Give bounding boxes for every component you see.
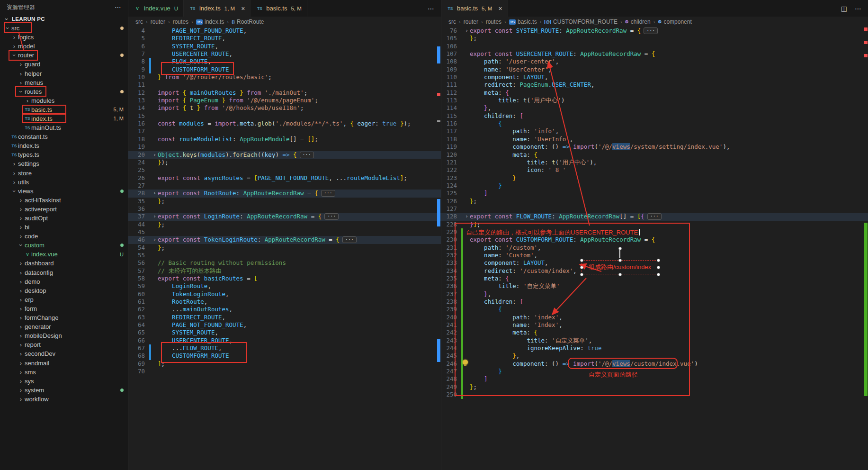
code-line-243[interactable]: 243 title: '自定义菜单', — [441, 337, 868, 344]
tree-item-report[interactable]: ›report — [0, 340, 128, 349]
overview-ruler-middle[interactable] — [437, 0, 441, 470]
code-line-69[interactable]: 69]; — [128, 360, 441, 368]
tree-item-guard[interactable]: ›guard — [0, 60, 128, 69]
code-line-27[interactable]: 27 — [128, 182, 441, 190]
code-line-70[interactable]: 70 — [128, 368, 441, 375]
code-line-238[interactable]: 238 children: [ — [441, 298, 868, 306]
code-line-239[interactable]: 239 { — [441, 306, 868, 313]
code-line-6[interactable]: 6 SYSTEM_ROUTE, — [128, 43, 441, 50]
code-line-76[interactable]: 76›export const SYSTEM_ROUTE: AppRouteRe… — [441, 27, 868, 35]
code-line-241[interactable]: 241 name: 'Index', — [441, 321, 868, 329]
tree-item-index.ts[interactable]: TSindex.ts — [0, 141, 128, 150]
code-line-58[interactable]: 58export const basicRoutes = [ — [128, 275, 441, 282]
more-actions-icon[interactable]: ⋯ — [428, 5, 434, 12]
tree-item-form[interactable]: ›form — [0, 304, 128, 313]
tree-item-dataconfig[interactable]: ›dataconfig — [0, 268, 128, 277]
fold-chevron-icon[interactable]: › — [152, 151, 158, 159]
tree-item-basic.ts[interactable]: TSbasic.ts5, M — [0, 105, 128, 114]
code-line-10[interactable]: 10} from '/@/router/routes/basic'; — [128, 73, 441, 81]
breadcrumb-item-router[interactable]: router — [464, 18, 478, 25]
tree-item-router[interactable]: ›router — [0, 51, 128, 60]
code-line-110[interactable]: 110 component: LAYOUT, — [441, 73, 868, 81]
code-line-116[interactable]: 116 { — [441, 120, 868, 127]
tab-index.ts[interactable]: TSindex.ts1, M× — [184, 0, 251, 17]
code-line-113[interactable]: 113 title: t('用户中心') — [441, 97, 868, 104]
breadcrumb-item-routes[interactable]: routes — [173, 18, 188, 25]
breadcrumb-item-RootRoute[interactable]: {}RootRoute — [232, 18, 264, 25]
tree-item-index.vue[interactable]: Vindex.vueU — [0, 250, 128, 259]
code-line-28[interactable]: 28›export const RootRoute: AppRouteRecor… — [128, 190, 441, 197]
folded-ellipsis[interactable]: ··· — [342, 236, 357, 243]
code-editor-index-ts[interactable]: 4 PAGE_NOT_FOUND_ROUTE,5 REDIRECT_ROUTE,… — [128, 27, 441, 470]
code-line-127[interactable]: 127 — [441, 205, 868, 213]
code-line-17[interactable]: 17 — [128, 127, 441, 135]
code-line-117[interactable]: 117 path: 'info', — [441, 127, 868, 135]
code-line-107[interactable]: 107export const USERCENTER_ROUTE: AppRou… — [441, 50, 868, 58]
code-line-229[interactable]: 229 — [441, 228, 868, 236]
tree-item-activereport[interactable]: ›activereport — [0, 205, 128, 214]
code-line-106[interactable]: 106 — [441, 43, 868, 50]
code-line-105[interactable]: 105}; — [441, 35, 868, 42]
code-line-247[interactable]: 247 } — [441, 368, 868, 375]
code-line-118[interactable]: 118 name: 'UserInfo', — [441, 136, 868, 143]
tree-item-utils[interactable]: ›utils — [0, 178, 128, 187]
fold-chevron-icon[interactable]: › — [464, 213, 470, 220]
code-line-4[interactable]: 4 PAGE_NOT_FOUND_ROUTE, — [128, 27, 441, 35]
tree-item-system[interactable]: ›system — [0, 386, 128, 395]
code-line-55[interactable]: 55 — [128, 252, 441, 259]
fold-chevron-icon[interactable]: › — [464, 27, 470, 35]
breadcrumb-item-src[interactable]: src — [448, 18, 456, 25]
code-line-245[interactable]: 245 }, — [441, 352, 868, 360]
folded-ellipsis[interactable]: ··· — [300, 152, 314, 158]
tab-index.vue[interactable]: Vindex.vueU — [128, 0, 184, 17]
code-line-36[interactable]: 36 — [128, 205, 441, 213]
folded-ellipsis[interactable]: ··· — [321, 190, 335, 197]
folded-ellipsis[interactable]: ··· — [324, 213, 339, 220]
tree-item-sendmail[interactable]: ›sendmail — [0, 358, 128, 367]
code-line-232[interactable]: 232 name: 'Custom', — [441, 252, 868, 259]
code-line-242[interactable]: 242 meta: { — [441, 329, 868, 336]
tree-item-secondDev[interactable]: ›secondDev — [0, 349, 128, 358]
code-line-128[interactable]: 128›export const FLOW_ROUTE: AppRouteRec… — [441, 213, 868, 220]
code-line-54[interactable]: 54}; — [128, 244, 441, 252]
code-line-62[interactable]: 62 ...mainOutRoutes, — [128, 306, 441, 313]
code-line-68[interactable]: 68 CUSTOMFORM_ROUTE — [128, 352, 441, 360]
fold-chevron-icon[interactable]: › — [152, 213, 158, 220]
tree-item-types.ts[interactable]: TStypes.ts — [0, 150, 128, 159]
code-line-122[interactable]: 122 icon: ' 8 ' — [441, 166, 868, 174]
tree-item-modules[interactable]: ›modules — [0, 96, 128, 105]
folded-ellipsis[interactable]: ··· — [647, 213, 662, 220]
tree-item-settings[interactable]: ›settings — [0, 159, 128, 168]
close-icon[interactable]: × — [498, 5, 502, 12]
folded-ellipsis[interactable]: ··· — [644, 27, 658, 34]
code-line-5[interactable]: 5 REDIRECT_ROUTE, — [128, 35, 441, 42]
code-line-24[interactable]: 24}); — [128, 159, 441, 166]
tree-item-mobileDesign[interactable]: ›mobileDesign — [0, 331, 128, 340]
overview-ruler-right[interactable] — [864, 0, 868, 470]
code-line-7[interactable]: 7 USERCENTER_ROUTE, — [128, 50, 441, 58]
breadcrumb-item-src[interactable]: src — [135, 18, 143, 25]
code-line-121[interactable]: 121 title: t('用户中心'), — [441, 159, 868, 166]
close-icon[interactable]: × — [241, 5, 245, 12]
code-line-250[interactable]: 250 — [441, 391, 868, 398]
tree-item-actHiTaskinst[interactable]: ›actHiTaskinst — [0, 196, 128, 205]
code-line-8[interactable]: 8 FLOW_ROUTE, — [128, 58, 441, 65]
tree-item-sms[interactable]: ›sms — [0, 368, 128, 377]
code-line-230[interactable]: 230export const CUSTOMFORM_ROUTE: AppRou… — [441, 236, 868, 244]
code-line-59[interactable]: 59 LoginRoute, — [128, 282, 441, 290]
code-line-111[interactable]: 111 redirect: PageEnum.USER_CENTER, — [441, 81, 868, 89]
tree-item-views[interactable]: ›views — [0, 187, 128, 196]
tree-item-src[interactable]: ›src — [0, 24, 128, 33]
breadcrumb-item-children[interactable]: ⚙children — [625, 18, 651, 25]
tree-item-routes[interactable]: ›routes — [0, 87, 128, 96]
code-line-26[interactable]: 26export const asyncRoutes = [PAGE_NOT_F… — [128, 174, 441, 182]
code-line-11[interactable]: 11 — [128, 81, 441, 89]
breadcrumb-item-routes[interactable]: routes — [486, 18, 501, 25]
code-line-240[interactable]: 240 path: 'index', — [441, 314, 868, 321]
tree-item-bi[interactable]: ›bi — [0, 223, 128, 232]
code-editor-basic-ts[interactable]: 76›export const SYSTEM_ROUTE: AppRouteRe… — [441, 27, 868, 470]
code-line-19[interactable]: 19 — [128, 143, 441, 151]
code-line-16[interactable]: 16const modules = import.meta.glob('./mo… — [128, 120, 441, 127]
code-line-67[interactable]: 67 ...FLOW_ROUTE, — [128, 344, 441, 352]
code-line-9[interactable]: 9 CUSTOMFORM_ROUTE — [128, 66, 441, 73]
